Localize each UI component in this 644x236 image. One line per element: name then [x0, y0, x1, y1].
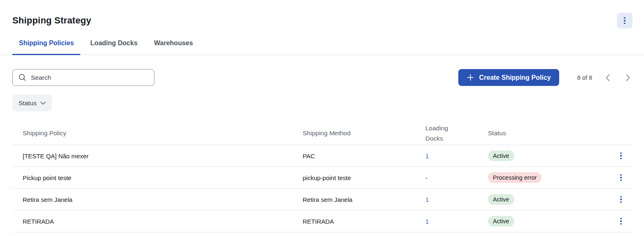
table-row[interactable]: Retira sem Janela Retira sem Janela 1 Ac…	[12, 189, 632, 211]
table-header-row: Shipping Policy Shipping Method Loading …	[12, 122, 632, 145]
create-shipping-policy-button[interactable]: Create Shipping Policy	[458, 69, 559, 86]
chevron-right-icon	[626, 74, 630, 81]
kebab-vertical-icon	[620, 196, 622, 203]
shipping-policy-cell: [TESTE QA] Não mexer	[12, 153, 303, 160]
status-badge: Active	[488, 194, 514, 205]
shipping-method-cell: RETIRADA	[303, 218, 425, 225]
shipping-method-cell: Retira sem Janela	[303, 196, 425, 203]
kebab-vertical-icon	[624, 17, 625, 24]
row-menu-button[interactable]	[614, 149, 628, 162]
status-filter-button[interactable]: Status	[12, 95, 52, 111]
page-header: Shipping Strategy	[0, 0, 644, 28]
plus-icon	[467, 74, 474, 81]
shipping-policy-cell: Pickup point teste	[12, 174, 303, 181]
search-input[interactable]	[31, 74, 148, 81]
tab-bar: Shipping Policies Loading Docks Warehous…	[0, 39, 644, 55]
shipping-policies-table: Shipping Policy Shipping Method Loading …	[12, 122, 632, 232]
status-badge: Active	[488, 216, 514, 227]
kebab-vertical-icon	[620, 218, 622, 225]
tab-loading-docks[interactable]: Loading Docks	[84, 39, 144, 55]
shipping-policy-cell: RETIRADA	[12, 218, 303, 225]
kebab-vertical-icon	[620, 174, 622, 181]
create-button-label: Create Shipping Policy	[479, 74, 551, 81]
row-menu-button[interactable]	[614, 193, 628, 206]
shipping-policy-cell: Retira sem Janela	[12, 196, 303, 203]
row-menu-button[interactable]	[614, 171, 628, 184]
kebab-vertical-icon	[620, 153, 622, 160]
filter-bar: Status	[12, 95, 632, 111]
toolbar: Create Shipping Policy 8 of 8	[12, 69, 632, 86]
row-menu-button[interactable]	[614, 215, 628, 228]
table-row[interactable]: RETIRADA RETIRADA 1 Active	[12, 211, 632, 232]
column-header-shipping-policy: Shipping Policy	[12, 130, 303, 137]
table-body: [TESTE QA] Não mexer PAC 1 Active Pickup…	[12, 145, 632, 232]
loading-docks-link: -	[425, 174, 427, 181]
chevron-down-icon	[40, 102, 46, 105]
search-icon	[19, 74, 26, 81]
status-badge: Active	[488, 150, 514, 161]
loading-docks-link[interactable]: 1	[425, 153, 429, 160]
column-header-shipping-method: Shipping Method	[303, 130, 425, 137]
table-row[interactable]: [TESTE QA] Não mexer PAC 1 Active	[12, 145, 632, 167]
shipping-method-cell: pickup-point teste	[303, 174, 425, 181]
next-page-button[interactable]	[623, 73, 632, 82]
pagination: 8 of 8	[577, 73, 632, 82]
column-header-loading-docks: Loading Docks	[425, 123, 455, 143]
table-row[interactable]: Pickup point teste pickup-point teste - …	[12, 167, 632, 189]
shipping-method-cell: PAC	[303, 153, 425, 160]
loading-docks-link[interactable]: 1	[425, 196, 429, 203]
status-filter-label: Status	[19, 99, 37, 107]
chevron-left-icon	[606, 74, 610, 81]
tab-shipping-policies[interactable]: Shipping Policies	[12, 39, 80, 55]
pagination-count: 8 of 8	[577, 74, 592, 81]
status-badge: Processing error	[488, 172, 541, 183]
page-title: Shipping Strategy	[12, 15, 91, 26]
tab-warehouses[interactable]: Warehouses	[147, 39, 200, 55]
header-menu-button[interactable]	[617, 13, 632, 28]
loading-docks-link[interactable]: 1	[425, 218, 429, 225]
column-header-status: Status	[488, 130, 609, 137]
search-box[interactable]	[12, 69, 154, 86]
previous-page-button[interactable]	[603, 73, 612, 82]
